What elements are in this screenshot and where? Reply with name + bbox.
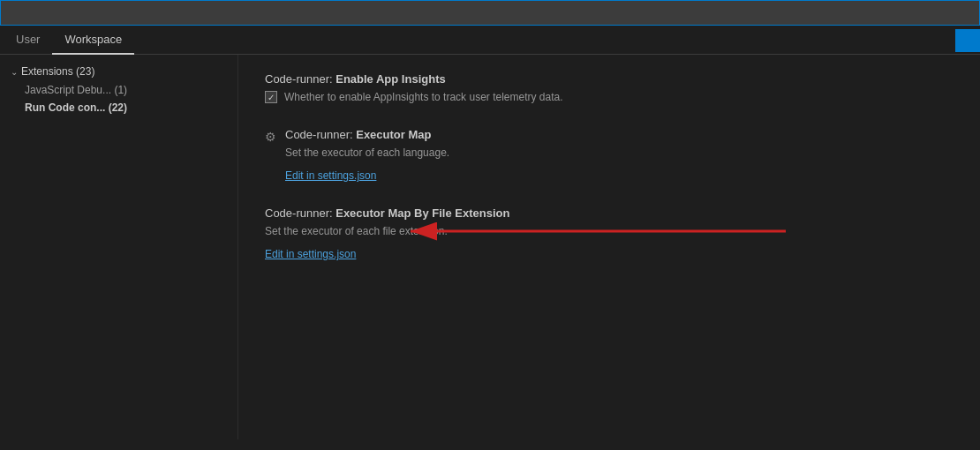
tabs-row: User Workspace xyxy=(0,26,980,55)
setting-prefix-2: Code-runner: xyxy=(285,128,356,141)
setting-prefix-1: Code-runner: xyxy=(265,72,335,86)
setting-executor-map-by-file-ext: Code-runner: Executor Map By File Extens… xyxy=(265,206,954,260)
checkbox-row: ✓ Whether to enable AppInsights to track… xyxy=(265,91,954,103)
settings-pane-wrapper: Code-runner: Enable App Insights ✓ Wheth… xyxy=(238,55,980,439)
setting-bold-1: Enable App Insights xyxy=(335,72,445,86)
executor-map-content: Code-runner: Executor Map Set the execut… xyxy=(285,128,954,182)
gear-icon[interactable]: ⚙ xyxy=(265,128,276,144)
main-content: ⌄ Extensions (23) JavaScript Debu... (1)… xyxy=(0,55,980,439)
setting-desc-executor-map: Set the executor of each language. xyxy=(285,146,954,159)
sidebar-item-run-code-con[interactable]: Run Code con... (22) xyxy=(0,99,237,116)
edit-in-settings-json-link-1[interactable]: Edit in settings.json xyxy=(285,169,376,182)
tab-user[interactable]: User xyxy=(4,26,52,55)
setting-title-executor-map-ext: Code-runner: Executor Map By File Extens… xyxy=(265,206,954,220)
setting-title-executor-map: Code-runner: Executor Map xyxy=(285,128,954,141)
sidebar-section-extensions[interactable]: ⌄ Extensions (23) xyxy=(0,62,237,81)
setting-title-enable-app-insights: Code-runner: Enable App Insights xyxy=(265,72,954,86)
executor-map-with-gear: ⚙ Code-runner: Executor Map Set the exec… xyxy=(265,128,954,182)
sidebar-section-label: Extensions (23) xyxy=(21,65,94,78)
tab-workspace[interactable]: Workspace xyxy=(52,26,134,55)
setting-desc-app-insights: Whether to enable AppInsights to track u… xyxy=(284,91,563,103)
sidebar-item-javascript-debu[interactable]: JavaScript Debu... (1) xyxy=(0,81,237,99)
top-right-button[interactable] xyxy=(955,29,980,52)
settings-pane: Code-runner: Enable App Insights ✓ Wheth… xyxy=(238,55,980,303)
setting-executor-map: ⚙ Code-runner: Executor Map Set the exec… xyxy=(265,128,954,182)
setting-enable-app-insights: Code-runner: Enable App Insights ✓ Wheth… xyxy=(265,72,954,103)
setting-prefix-3: Code-runner: xyxy=(265,206,335,220)
sidebar: ⌄ Extensions (23) JavaScript Debu... (1)… xyxy=(0,55,238,439)
checkbox-app-insights[interactable]: ✓ xyxy=(265,91,277,103)
setting-bold-2: Executor Map xyxy=(356,128,431,141)
setting-bold-3: Executor Map By File Extension xyxy=(335,206,509,220)
edit-in-settings-json-link-2[interactable]: Edit in settings.json xyxy=(265,248,356,260)
checkmark-icon: ✓ xyxy=(268,93,275,102)
search-input[interactable]: code runner xyxy=(0,0,980,26)
chevron-down-icon: ⌄ xyxy=(11,67,18,77)
setting-desc-executor-map-ext: Set the executor of each file extension. xyxy=(265,225,954,237)
